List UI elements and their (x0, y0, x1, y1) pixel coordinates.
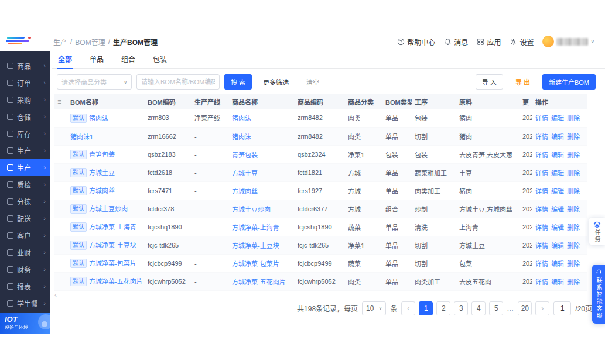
bom-name-link[interactable]: 方城净菜-土豆块 (89, 242, 136, 249)
apps-button[interactable]: 应用 (477, 37, 501, 47)
keyword-input[interactable] (141, 78, 215, 85)
search-button[interactable]: 搜 索 (224, 74, 252, 90)
sidebar-item-delivery[interactable]: 配送› (0, 210, 50, 227)
product-name-link[interactable]: 猪肉沫 (232, 115, 251, 122)
product-name-link[interactable]: 方城土豆炒肉 (232, 206, 271, 213)
row-action-detail[interactable]: 详情 (535, 279, 548, 286)
row-action-delete[interactable]: 删除 (567, 170, 580, 177)
row-action-delete[interactable]: 删除 (567, 152, 580, 159)
product-name-link[interactable]: 方城净菜-包菜片 (232, 260, 279, 267)
row-action-detail[interactable]: 详情 (535, 133, 548, 140)
sidebar-item-purchasing[interactable]: 采购› (0, 91, 50, 108)
row-action-edit[interactable]: 编辑 (551, 242, 564, 249)
row-action-edit[interactable]: 编辑 (551, 224, 564, 231)
page-button-3[interactable]: 3 (454, 301, 468, 315)
sidebar-item-orders[interactable]: 订单› (0, 74, 50, 91)
page-jump-input[interactable] (553, 301, 571, 315)
breadcrumb-item[interactable]: 生产 (53, 37, 67, 47)
tab-combo[interactable]: 组合 (120, 54, 136, 68)
bom-name-link[interactable]: 方城土豆炒肉 (89, 205, 128, 212)
sidebar-item-business-finance[interactable]: 业财› (0, 244, 50, 261)
task-float-button[interactable]: 任务 (589, 218, 605, 245)
more-filters-button[interactable]: 更多筛选 (257, 74, 295, 90)
messages-button[interactable]: 消息 (444, 37, 468, 47)
row-action-delete[interactable]: 删除 (567, 188, 580, 195)
sidebar-iot-panel[interactable]: IOT 设备与环境 (0, 313, 50, 334)
sidebar-item-sorting[interactable]: 分拣› (0, 193, 50, 210)
bom-name-link[interactable]: 方城净菜-五花肉片 (89, 278, 143, 285)
row-action-detail[interactable]: 详情 (535, 206, 548, 213)
category-select[interactable]: 请选择商品分类 ∨ (57, 74, 132, 90)
row-action-edit[interactable]: 编辑 (551, 279, 564, 286)
product-name-link[interactable]: 方城净菜-五花肉片 (232, 279, 286, 286)
table-scroll-left-arrow[interactable]: ‹ (54, 291, 57, 299)
row-action-edit[interactable]: 编辑 (551, 206, 564, 213)
page-button-20[interactable]: 20 (518, 301, 532, 315)
row-action-edit[interactable]: 编辑 (551, 152, 564, 159)
sidebar-item-finance[interactable]: 财务› (0, 261, 50, 278)
sidebar-item-inventory[interactable]: 库存› (0, 125, 50, 142)
row-action-detail[interactable]: 详情 (535, 152, 548, 159)
tab-package[interactable]: 包装 (152, 54, 168, 68)
bom-name-link[interactable]: 青笋包装 (89, 151, 115, 158)
product-name-link[interactable]: 方城净菜-土豆块 (232, 242, 279, 249)
row-action-delete[interactable]: 删除 (567, 260, 580, 267)
row-action-delete[interactable]: 删除 (567, 115, 580, 122)
tab-single[interactable]: 单品 (88, 54, 105, 68)
export-button[interactable]: 导 出 (509, 74, 536, 90)
column-settings-icon[interactable]: ≡ (57, 98, 61, 106)
prev-page-button[interactable]: ‹ (401, 301, 415, 315)
product-name-link[interactable]: 猪肉沫 (232, 133, 251, 140)
sidebar-item-student-meals[interactable]: 学生餐› (0, 295, 50, 312)
row-action-edit[interactable]: 编辑 (551, 170, 564, 177)
bom-name-link[interactable]: 猪肉沫1 (70, 133, 93, 140)
tab-all[interactable]: 全部 (57, 54, 73, 68)
row-action-edit[interactable]: 编辑 (551, 260, 564, 267)
row-action-detail[interactable]: 详情 (535, 188, 548, 195)
product-name-link[interactable]: 方城肉丝 (232, 188, 258, 195)
bom-name-link[interactable]: 方城土豆 (89, 169, 115, 176)
page-size-select[interactable]: 10 ∨ (362, 301, 386, 315)
row-action-detail[interactable]: 详情 (535, 224, 548, 231)
row-select-cell (54, 145, 67, 163)
page-button-2[interactable]: 2 (436, 301, 450, 315)
row-action-delete[interactable]: 删除 (567, 242, 580, 249)
sidebar-item-products[interactable]: 商品› (0, 57, 50, 74)
bom-name-link[interactable]: 方城净菜-上海青 (89, 224, 136, 231)
breadcrumb-item[interactable]: BOM管理 (75, 37, 105, 47)
next-page-button[interactable]: › (535, 301, 549, 315)
help-center-button[interactable]: 帮助中心 (397, 37, 435, 47)
row-action-delete[interactable]: 删除 (567, 224, 580, 231)
bom-name-link[interactable]: 方城净菜-包菜片 (89, 260, 136, 267)
row-action-detail[interactable]: 详情 (535, 170, 548, 177)
settings-button[interactable]: 设置 (510, 37, 534, 47)
product-name-link[interactable]: 方城净菜-上海青 (232, 224, 279, 231)
product-name-link[interactable]: 青笋包装 (232, 152, 258, 159)
row-action-edit[interactable]: 编辑 (551, 115, 564, 122)
page-button-1[interactable]: 1 (419, 301, 433, 315)
sidebar-item-production-2[interactable]: 生产› (0, 159, 50, 176)
create-bom-button[interactable]: 新建生产BOM (542, 74, 596, 90)
row-action-edit[interactable]: 编辑 (551, 133, 564, 140)
page-button-5[interactable]: 5 (489, 301, 503, 315)
sidebar-item-warehousing[interactable]: 仓储› (0, 108, 50, 125)
row-action-detail[interactable]: 详情 (535, 242, 548, 249)
bom-name-link[interactable]: 猪肉沫 (89, 115, 108, 122)
clear-filters-button[interactable]: 清空 (300, 74, 326, 90)
row-action-detail[interactable]: 详情 (535, 115, 548, 122)
contact-service-button[interactable]: 联系智能客服 (592, 265, 605, 324)
user-menu[interactable]: ∨ (542, 36, 594, 47)
sidebar-item-customers[interactable]: 客户› (0, 227, 50, 244)
page-button-4[interactable]: 4 (471, 301, 486, 315)
row-action-detail[interactable]: 详情 (535, 260, 548, 267)
row-action-delete[interactable]: 删除 (567, 279, 580, 286)
sidebar-item-production-1[interactable]: 生产› (0, 142, 50, 159)
row-action-delete[interactable]: 删除 (567, 133, 580, 140)
product-name-link[interactable]: 方城土豆 (232, 170, 258, 177)
import-button[interactable]: 导 入 (476, 74, 503, 90)
row-action-delete[interactable]: 删除 (567, 206, 580, 213)
row-action-edit[interactable]: 编辑 (551, 188, 564, 195)
sidebar-item-quality[interactable]: 质检› (0, 176, 50, 193)
bom-name-link[interactable]: 方城肉丝 (89, 187, 115, 194)
sidebar-item-reports[interactable]: 报表› (0, 278, 50, 295)
